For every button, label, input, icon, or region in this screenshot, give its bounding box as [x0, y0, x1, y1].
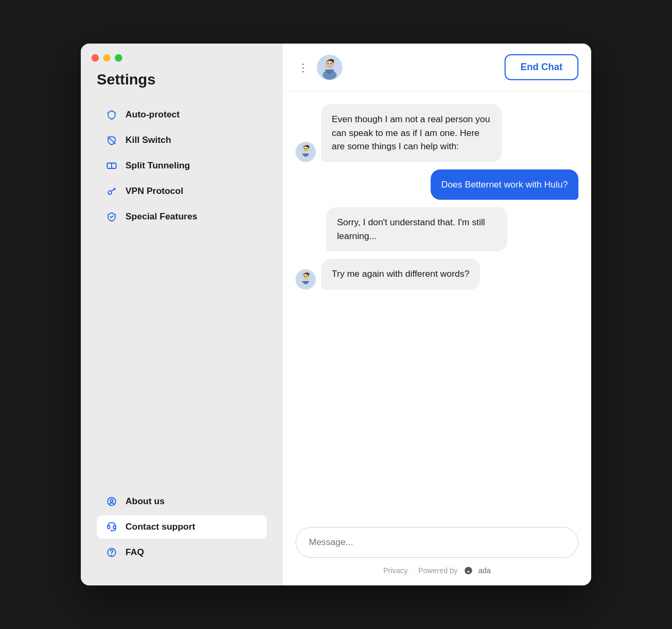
bot-bubble: Try me again with different words? [321, 259, 480, 290]
chat-input-area [283, 521, 591, 562]
svg-point-5 [111, 499, 113, 502]
menu-dots-icon[interactable]: ⋮ [296, 59, 310, 76]
svg-point-21 [304, 276, 305, 277]
minimize-button[interactable] [103, 54, 111, 62]
sidebar-item-faq-label: FAQ [125, 547, 144, 558]
sidebar-item-auto-protect[interactable]: Auto-protect [97, 103, 267, 126]
app-window: Settings Auto-protect [81, 44, 591, 585]
footer-separator: · [412, 566, 414, 575]
message-row: Does Betternet work with Hulu? [296, 169, 578, 200]
window-inner: Settings Auto-protect [81, 44, 591, 585]
sidebar-item-faq[interactable]: FAQ [97, 541, 267, 564]
message-input[interactable] [296, 527, 578, 558]
svg-point-17 [304, 148, 305, 149]
person-circle-icon [105, 495, 118, 508]
message-row: Even though I am not a real person you c… [296, 104, 578, 162]
svg-point-18 [306, 148, 307, 149]
sidebar-item-split-tunneling[interactable]: Split Tunneling [97, 154, 267, 177]
chat-panel: ⋮ [283, 44, 591, 585]
close-button[interactable] [91, 54, 99, 62]
privacy-link[interactable]: Privacy [383, 566, 408, 575]
sidebar-item-contact-support[interactable]: Contact support [97, 515, 267, 539]
shield-icon [105, 108, 118, 121]
svg-point-6 [111, 530, 112, 531]
question-circle-icon [105, 546, 118, 559]
sidebar-item-split-tunneling-label: Split Tunneling [125, 160, 190, 171]
end-chat-button[interactable]: End Chat [505, 54, 578, 80]
user-bubble: Does Betternet work with Hulu? [431, 169, 578, 200]
bot-avatar [317, 55, 342, 80]
ada-brand-label: ada [478, 566, 491, 575]
split-icon [105, 159, 118, 172]
sidebar-title: Settings [97, 71, 267, 88]
sidebar-item-kill-switch-label: Kill Switch [125, 135, 171, 146]
bot-bubble: Sorry, I don't understand that. I'm stil… [326, 207, 507, 251]
chat-messages: Even though I am not a real person you c… [283, 91, 591, 521]
bot-bubble: Even though I am not a real person you c… [321, 104, 502, 162]
sidebar-item-contact-support-label: Contact support [125, 522, 195, 532]
svg-point-8 [112, 555, 112, 556]
shield-check-icon [105, 210, 118, 223]
chat-footer: Privacy · Powered by a ada [283, 562, 591, 585]
maximize-button[interactable] [115, 54, 122, 62]
svg-point-14 [331, 63, 332, 64]
powered-by-label: Powered by [418, 566, 458, 575]
ada-logo-icon: a [464, 566, 474, 575]
sidebar-item-vpn-protocol[interactable]: VPN Protocol [97, 180, 267, 203]
key-icon [105, 185, 118, 198]
traffic-lights [91, 54, 122, 62]
svg-point-3 [108, 191, 112, 194]
sidebar-item-kill-switch[interactable]: Kill Switch [97, 129, 267, 152]
chat-header: ⋮ [283, 44, 591, 91]
svg-point-13 [327, 63, 329, 64]
sidebar-item-special-features-label: Special Features [125, 211, 197, 222]
bot-message-avatar [296, 142, 316, 162]
svg-point-22 [306, 276, 307, 277]
sidebar-item-about-us[interactable]: About us [97, 490, 267, 513]
nav-items: Auto-protect Kill Switch [97, 103, 267, 228]
message-row: Sorry, I don't understand that. I'm stil… [296, 207, 578, 251]
shield-slash-icon [105, 134, 118, 147]
sidebar: Settings Auto-protect [81, 44, 283, 585]
sidebar-item-vpn-protocol-label: VPN Protocol [125, 186, 183, 197]
svg-text:a: a [467, 569, 469, 574]
headset-icon [105, 521, 118, 533]
sidebar-item-about-us-label: About us [125, 496, 165, 507]
message-row: Try me again with different words? [296, 259, 578, 290]
sidebar-top: Settings Auto-protect [81, 44, 283, 239]
sidebar-bottom: About us Contact support [81, 479, 283, 585]
sidebar-item-special-features[interactable]: Special Features [97, 205, 267, 228]
bot-message-avatar [296, 269, 316, 290]
sidebar-item-auto-protect-label: Auto-protect [125, 109, 180, 120]
